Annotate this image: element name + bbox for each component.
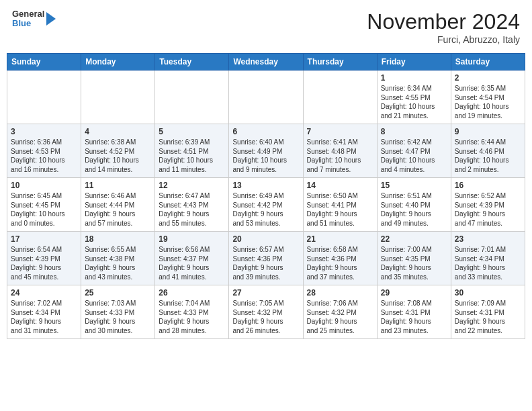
day-number: 21: [307, 234, 373, 244]
calendar-cell: 9Sunrise: 6:44 AM Sunset: 4:46 PM Daylig…: [451, 124, 525, 178]
calendar-cell: 4Sunrise: 6:38 AM Sunset: 4:52 PM Daylig…: [81, 124, 155, 178]
calendar-cell: 18Sunrise: 6:55 AM Sunset: 4:38 PM Dayli…: [81, 232, 155, 285]
calendar-week-row: 24Sunrise: 7:02 AM Sunset: 4:34 PM Dayli…: [7, 285, 525, 339]
logo-arrow-icon: [46, 12, 56, 26]
calendar-cell: 1Sunrise: 6:34 AM Sunset: 4:55 PM Daylig…: [377, 71, 451, 124]
calendar-cell: 20Sunrise: 6:57 AM Sunset: 4:36 PM Dayli…: [229, 232, 303, 285]
day-info: Sunrise: 7:09 AM Sunset: 4:31 PM Dayligh…: [455, 299, 521, 335]
day-number: 16: [455, 181, 521, 190]
weekday-header: Saturday: [451, 54, 525, 71]
month-title: November 2024: [367, 9, 520, 34]
calendar-cell: 13Sunrise: 6:49 AM Sunset: 4:42 PM Dayli…: [229, 178, 303, 232]
day-number: 5: [159, 127, 225, 136]
day-info: Sunrise: 6:44 AM Sunset: 4:46 PM Dayligh…: [455, 138, 521, 174]
calendar-cell: 10Sunrise: 6:45 AM Sunset: 4:45 PM Dayli…: [7, 178, 81, 232]
day-number: 19: [159, 234, 225, 244]
day-info: Sunrise: 7:05 AM Sunset: 4:32 PM Dayligh…: [232, 299, 299, 335]
day-info: Sunrise: 7:08 AM Sunset: 4:31 PM Dayligh…: [381, 299, 447, 335]
calendar-cell: [229, 71, 303, 124]
day-info: Sunrise: 6:49 AM Sunset: 4:42 PM Dayligh…: [232, 191, 299, 228]
day-info: Sunrise: 7:00 AM Sunset: 4:35 PM Dayligh…: [381, 245, 447, 281]
calendar-cell: 15Sunrise: 6:51 AM Sunset: 4:40 PM Dayli…: [377, 178, 451, 232]
day-info: Sunrise: 6:42 AM Sunset: 4:47 PM Dayligh…: [381, 138, 447, 174]
day-number: 10: [11, 181, 77, 190]
calendar-cell: 24Sunrise: 7:02 AM Sunset: 4:34 PM Dayli…: [7, 285, 81, 339]
day-number: 30: [455, 288, 521, 298]
calendar-cell: 19Sunrise: 6:56 AM Sunset: 4:37 PM Dayli…: [155, 232, 229, 285]
calendar-cell: 29Sunrise: 7:08 AM Sunset: 4:31 PM Dayli…: [377, 285, 451, 339]
day-number: 1: [381, 73, 447, 83]
day-info: Sunrise: 6:47 AM Sunset: 4:43 PM Dayligh…: [159, 191, 225, 228]
day-info: Sunrise: 6:52 AM Sunset: 4:39 PM Dayligh…: [455, 191, 521, 228]
calendar-cell: 17Sunrise: 6:54 AM Sunset: 4:39 PM Dayli…: [7, 232, 81, 285]
calendar-cell: 25Sunrise: 7:03 AM Sunset: 4:33 PM Dayli…: [81, 285, 155, 339]
day-info: Sunrise: 7:01 AM Sunset: 4:34 PM Dayligh…: [455, 245, 521, 281]
day-number: 26: [159, 288, 225, 298]
day-info: Sunrise: 7:06 AM Sunset: 4:32 PM Dayligh…: [307, 299, 373, 335]
day-info: Sunrise: 6:54 AM Sunset: 4:39 PM Dayligh…: [11, 245, 77, 281]
title-block: November 2024 Furci, Abruzzo, Italy: [367, 9, 520, 45]
day-info: Sunrise: 6:46 AM Sunset: 4:44 PM Dayligh…: [85, 191, 151, 228]
day-info: Sunrise: 6:58 AM Sunset: 4:36 PM Dayligh…: [307, 245, 373, 281]
calendar-week-row: 10Sunrise: 6:45 AM Sunset: 4:45 PM Dayli…: [7, 178, 525, 232]
calendar-cell: 26Sunrise: 7:04 AM Sunset: 4:33 PM Dayli…: [155, 285, 229, 339]
day-number: 18: [85, 234, 151, 244]
day-number: 17: [11, 234, 77, 244]
calendar-cell: 21Sunrise: 6:58 AM Sunset: 4:36 PM Dayli…: [303, 232, 377, 285]
calendar-cell: 2Sunrise: 6:35 AM Sunset: 4:54 PM Daylig…: [451, 71, 525, 124]
calendar-cell: 12Sunrise: 6:47 AM Sunset: 4:43 PM Dayli…: [155, 178, 229, 232]
weekday-header-row: SundayMondayTuesdayWednesdayThursdayFrid…: [7, 54, 525, 71]
logo: General Blue: [12, 9, 56, 29]
day-number: 28: [307, 288, 373, 298]
day-info: Sunrise: 6:55 AM Sunset: 4:38 PM Dayligh…: [85, 245, 151, 281]
day-number: 13: [232, 181, 299, 190]
day-info: Sunrise: 6:38 AM Sunset: 4:52 PM Dayligh…: [85, 138, 151, 174]
calendar-cell: 5Sunrise: 6:39 AM Sunset: 4:51 PM Daylig…: [155, 124, 229, 178]
location: Furci, Abruzzo, Italy: [367, 34, 520, 45]
weekday-header: Tuesday: [155, 54, 229, 71]
day-info: Sunrise: 6:50 AM Sunset: 4:41 PM Dayligh…: [307, 191, 373, 228]
day-number: 14: [307, 181, 373, 190]
day-number: 27: [232, 288, 299, 298]
page-header: General Blue November 2024 Furci, Abruzz…: [7, 7, 525, 48]
day-info: Sunrise: 6:36 AM Sunset: 4:53 PM Dayligh…: [11, 138, 77, 174]
day-info: Sunrise: 6:39 AM Sunset: 4:51 PM Dayligh…: [159, 138, 225, 174]
day-info: Sunrise: 6:40 AM Sunset: 4:49 PM Dayligh…: [232, 138, 299, 174]
day-number: 22: [381, 234, 447, 244]
calendar-table: SundayMondayTuesdayWednesdayThursdayFrid…: [7, 53, 525, 339]
calendar-cell: [81, 71, 155, 124]
day-info: Sunrise: 7:04 AM Sunset: 4:33 PM Dayligh…: [159, 299, 225, 335]
calendar-cell: 30Sunrise: 7:09 AM Sunset: 4:31 PM Dayli…: [451, 285, 525, 339]
weekday-header: Monday: [81, 54, 155, 71]
day-number: 24: [11, 288, 77, 298]
weekday-header: Sunday: [7, 54, 81, 71]
day-number: 8: [381, 127, 447, 136]
calendar-cell: 8Sunrise: 6:42 AM Sunset: 4:47 PM Daylig…: [377, 124, 451, 178]
day-info: Sunrise: 6:35 AM Sunset: 4:54 PM Dayligh…: [455, 84, 521, 120]
day-number: 23: [455, 234, 521, 244]
calendar-cell: [155, 71, 229, 124]
calendar-cell: 7Sunrise: 6:41 AM Sunset: 4:48 PM Daylig…: [303, 124, 377, 178]
calendar-week-row: 1Sunrise: 6:34 AM Sunset: 4:55 PM Daylig…: [7, 71, 525, 124]
logo-text: General Blue: [12, 9, 44, 29]
day-number: 12: [159, 181, 225, 190]
calendar-cell: 14Sunrise: 6:50 AM Sunset: 4:41 PM Dayli…: [303, 178, 377, 232]
day-info: Sunrise: 7:03 AM Sunset: 4:33 PM Dayligh…: [85, 299, 151, 335]
day-info: Sunrise: 6:51 AM Sunset: 4:40 PM Dayligh…: [381, 191, 447, 228]
logo-line2: Blue: [12, 19, 44, 28]
day-number: 3: [11, 127, 77, 136]
day-info: Sunrise: 6:34 AM Sunset: 4:55 PM Dayligh…: [381, 84, 447, 120]
day-info: Sunrise: 6:56 AM Sunset: 4:37 PM Dayligh…: [159, 245, 225, 281]
calendar-cell: 16Sunrise: 6:52 AM Sunset: 4:39 PM Dayli…: [451, 178, 525, 232]
day-number: 29: [381, 288, 447, 298]
calendar-cell: [303, 71, 377, 124]
day-info: Sunrise: 6:41 AM Sunset: 4:48 PM Dayligh…: [307, 138, 373, 174]
calendar-cell: 22Sunrise: 7:00 AM Sunset: 4:35 PM Dayli…: [377, 232, 451, 285]
day-info: Sunrise: 6:45 AM Sunset: 4:45 PM Dayligh…: [11, 191, 77, 228]
calendar-cell: 28Sunrise: 7:06 AM Sunset: 4:32 PM Dayli…: [303, 285, 377, 339]
day-number: 2: [455, 73, 521, 83]
day-number: 15: [381, 181, 447, 190]
calendar-week-row: 17Sunrise: 6:54 AM Sunset: 4:39 PM Dayli…: [7, 232, 525, 285]
day-number: 4: [85, 127, 151, 136]
logo-line1: General: [12, 9, 44, 19]
